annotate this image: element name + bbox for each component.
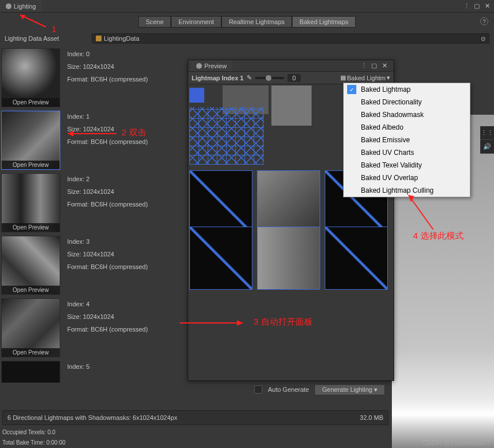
lm-format: Format: BC6H (compressed)	[67, 326, 148, 333]
preview-title: Lightmap Index 1	[192, 75, 243, 81]
lm-size: Size: 1024x1024	[67, 313, 148, 320]
lighting-tab-label: Lighting	[14, 3, 36, 10]
lm-index: Index: 1	[67, 113, 148, 120]
lightmap-thumb-3[interactable]: Open Preview	[1, 236, 60, 295]
lm-size: Size: 1024x1024	[67, 63, 148, 70]
open-preview-4[interactable]: Open Preview	[2, 348, 60, 357]
side-toolbar: ⋮⋮ 🔊	[480, 126, 494, 154]
auto-generate-checkbox[interactable]	[254, 385, 262, 394]
layers-icon: ▦	[340, 74, 346, 81]
preview-mode-label: Baked Lightm	[347, 75, 386, 81]
preview-tab-label: Preview	[204, 63, 227, 69]
lm-format: Format: BC6H (compressed)	[67, 76, 148, 83]
menu-baked-uv-overlap[interactable]: Baked UV Overlap	[344, 172, 470, 184]
tab-baked-lightmaps[interactable]: Baked Lightmaps	[292, 16, 356, 28]
lighting-data-asset-field[interactable]: LightingData ⊙	[92, 33, 489, 44]
preview-header: Preview ⋮ ▢ ✕	[188, 60, 394, 72]
menu-baked-directionality[interactable]: Baked Directionality	[344, 96, 470, 108]
audio-icon[interactable]: 🔊	[480, 140, 494, 154]
open-preview-0[interactable]: Open Preview	[2, 98, 60, 107]
preview-maximize-icon[interactable]: ▢	[369, 61, 379, 71]
lightmap-thumb-0[interactable]: Open Preview	[1, 48, 60, 107]
menu-baked-lightmap[interactable]: ✓Baked Lightmap	[344, 83, 470, 96]
lightmap-thumb-4[interactable]: Open Preview	[1, 298, 60, 357]
menu-baked-shadowmask[interactable]: Baked Shadowmask	[344, 108, 470, 121]
status-summary: 6 Directional Lightmaps with Shadowmasks…	[7, 414, 177, 421]
exposure-slider[interactable]	[255, 77, 284, 79]
lm-index: Index: 0	[67, 50, 148, 57]
preview-mode-menu: ✓Baked Lightmap Baked Directionality Bak…	[343, 83, 470, 197]
options-icon[interactable]: ⋮	[462, 2, 471, 11]
generate-lighting-button[interactable]: Generate Lighting ▾	[314, 384, 385, 395]
bottom-bar: Auto Generate Generate Lighting ▾	[0, 383, 391, 396]
occupied-texels: Occupied Texels: 0.0	[2, 427, 65, 438]
lm-index: Index: 5	[67, 363, 90, 370]
chevron-down-icon: ▾	[387, 74, 390, 81]
lm-index: Index: 4	[67, 301, 148, 307]
uv-small-grid	[189, 107, 264, 165]
asset-value: LightingData	[104, 35, 139, 42]
tab-scene[interactable]: Scene	[138, 16, 171, 28]
lighting-subtabs: Scene Environment Realtime Lightmaps Bak…	[0, 13, 494, 31]
lighting-data-asset-row: Lighting Data Asset LightingData ⊙	[0, 31, 494, 46]
open-preview-2[interactable]: Open Preview	[2, 223, 60, 232]
window-tab-bar: Lighting ⋮ ▢ ✕	[0, 0, 494, 13]
open-preview-1[interactable]: Open Preview	[2, 161, 60, 169]
bake-time: Total Bake Time: 0:00:00	[2, 438, 65, 448]
lm-size: Size: 1024x1024	[67, 126, 148, 133]
auto-generate-label: Auto Generate	[268, 386, 309, 393]
menu-baked-albedo[interactable]: Baked Albedo	[344, 121, 470, 134]
lightmap-thumb-1[interactable]: Open Preview	[1, 111, 60, 170]
lightmap-thumb-2[interactable]: Open Preview	[1, 173, 60, 232]
menu-baked-emissive[interactable]: Baked Emissive	[344, 134, 470, 146]
close-icon[interactable]: ✕	[483, 2, 492, 11]
menu-baked-lightmap-culling[interactable]: Baked Lightmap Culling	[344, 184, 470, 197]
asset-label: Lighting Data Asset	[5, 35, 85, 42]
open-preview-3[interactable]: Open Preview	[2, 286, 60, 294]
info-lines: Occupied Texels: 0.0 Total Bake Time: 0:…	[2, 427, 65, 448]
edit-icon[interactable]: ✎	[247, 74, 252, 81]
watermark: CSDN @EucliwoodXT	[422, 439, 491, 447]
status-size: 32.0 MB	[360, 414, 383, 421]
bug-icon[interactable]: ⋮⋮	[480, 126, 494, 140]
preview-icon	[196, 63, 202, 69]
lm-size: Size: 1024x1024	[67, 251, 148, 258]
lighting-tab[interactable]: Lighting	[0, 0, 42, 12]
lm-index: Index: 2	[67, 176, 148, 182]
lighting-icon	[6, 3, 11, 9]
menu-baked-uv-charts[interactable]: Baked UV Charts	[344, 146, 470, 159]
status-bar: 6 Directional Lightmaps with Shadowmasks…	[2, 410, 388, 425]
lm-format: Format: BC6H (compressed)	[67, 263, 148, 270]
menu-baked-texel-validity[interactable]: Baked Texel Validity	[344, 159, 470, 172]
preview-options-icon[interactable]: ⋮	[359, 61, 368, 71]
asset-icon	[96, 36, 102, 41]
preview-close-icon[interactable]: ✕	[380, 61, 389, 71]
lm-format: Format: BC6H (compressed)	[67, 138, 148, 145]
tab-environment[interactable]: Environment	[171, 16, 221, 28]
maximize-icon[interactable]: ▢	[472, 2, 481, 11]
preview-tab[interactable]: Preview	[190, 60, 232, 71]
lightmap-thumb-5[interactable]	[1, 361, 60, 384]
lm-format: Format: BC6H (compressed)	[67, 201, 148, 208]
preview-mode-dropdown[interactable]: ▦ Baked Lightm ▾	[340, 74, 390, 81]
tab-realtime-lightmaps[interactable]: Realtime Lightmaps	[221, 16, 292, 28]
lm-index: Index: 3	[67, 238, 148, 245]
lm-size: Size: 1024x1024	[67, 188, 148, 195]
exposure-value[interactable]: 0	[287, 74, 300, 82]
check-icon: ✓	[347, 85, 356, 94]
object-picker-icon[interactable]: ⊙	[481, 36, 485, 42]
window-controls: ⋮ ▢ ✕	[462, 2, 494, 11]
help-icon[interactable]: ?	[480, 17, 488, 25]
